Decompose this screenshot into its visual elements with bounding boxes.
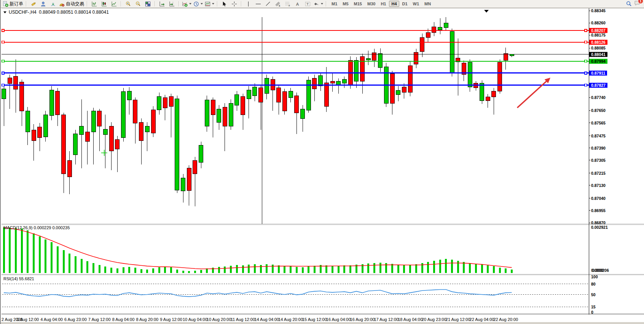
macd-bar xyxy=(152,268,154,273)
chevron-down-icon[interactable] xyxy=(3,11,6,13)
line-handle[interactable] xyxy=(585,41,587,43)
trendline-tool[interactable] xyxy=(263,0,273,7)
candle-body xyxy=(145,126,149,132)
chart-shift-button[interactable] xyxy=(167,0,177,7)
time-axis-label[interactable]: 20 Aug 23:00 xyxy=(422,317,446,322)
cursor-button[interactable] xyxy=(220,0,229,7)
macd-signal-value: 0.000235 xyxy=(52,225,70,230)
line-handle[interactable] xyxy=(2,72,4,74)
time-axis-label[interactable]: 10 Aug 04:00 xyxy=(183,317,207,322)
time-axis-label[interactable]: 6 Aug 23:00 xyxy=(64,317,87,322)
horizontal-line-tool[interactable] xyxy=(253,0,263,7)
macd-indicator-label: MACD(12,26,9) 0.000229 0.000235 xyxy=(3,225,70,230)
line-handle[interactable] xyxy=(2,41,4,43)
chart-surface[interactable] xyxy=(1,0,644,324)
timeframe-button-h1[interactable]: H1 xyxy=(378,1,388,7)
text-label-tool[interactable]: T xyxy=(303,0,312,7)
time-axis-label[interactable]: 15 Aug 12:00 xyxy=(302,317,327,322)
channel-tool[interactable]: E xyxy=(273,0,283,7)
macd-bar xyxy=(110,268,112,273)
line-handle[interactable] xyxy=(2,60,4,62)
time-axis-label[interactable]: 18 Aug 04:00 xyxy=(398,317,422,322)
time-axis-label[interactable]: 7 Aug 12:00 xyxy=(88,317,111,322)
vertical-line-tool[interactable] xyxy=(244,0,253,7)
timeframe-button-mn[interactable]: MN xyxy=(422,1,433,7)
text-tool[interactable]: A xyxy=(293,0,303,7)
time-axis-label[interactable]: 10 Aug 20:00 xyxy=(207,317,231,322)
timeframe-button-d1[interactable]: D1 xyxy=(400,1,410,7)
macd-bar xyxy=(188,271,190,273)
time-axis-label[interactable]: 14 Aug 20:00 xyxy=(278,317,303,322)
notifications-button[interactable]: 1 xyxy=(634,0,641,8)
candle-body xyxy=(97,111,102,126)
line-handle[interactable] xyxy=(2,84,4,86)
rsi-value: 55.6821 xyxy=(19,276,34,281)
timeframe-button-w1[interactable]: W1 xyxy=(411,1,422,7)
time-axis-label[interactable]: 16 Aug 20:00 xyxy=(350,317,375,322)
timeframe-button-m15[interactable]: M15 xyxy=(352,1,364,7)
candle-body xyxy=(199,145,203,162)
signal-button[interactable] xyxy=(48,0,58,7)
timeframe-button-m30[interactable]: M30 xyxy=(365,1,378,7)
timeframe-button-m5[interactable]: M5 xyxy=(340,1,351,7)
line-handle[interactable] xyxy=(585,84,587,86)
svg-text:F: F xyxy=(289,5,290,7)
indicators-button[interactable] xyxy=(181,0,192,7)
metatrader-window: 新订单 自动交易 xyxy=(0,0,644,324)
candlestick-chart-button[interactable] xyxy=(99,0,109,7)
search-icon[interactable] xyxy=(626,1,632,7)
rsi-axis-label: 0 xyxy=(591,310,593,314)
line-chart-button[interactable] xyxy=(109,0,119,7)
arrows-tool[interactable] xyxy=(313,0,324,7)
time-axis-label[interactable]: 16 Aug 04:00 xyxy=(326,317,351,322)
templates-icon xyxy=(205,1,210,7)
candle-body xyxy=(486,97,490,101)
price-line-label: 0.87911 xyxy=(589,70,607,75)
bar-chart-button[interactable] xyxy=(89,0,99,7)
profile-button[interactable] xyxy=(38,0,48,7)
toolbar-right-group: 1 xyxy=(626,0,643,8)
timeframe-button-m1[interactable]: M1 xyxy=(329,1,340,7)
time-axis-label[interactable]: 11 Aug 12:00 xyxy=(231,317,255,322)
zoom-out-button[interactable] xyxy=(133,0,143,7)
crosshair-button[interactable] xyxy=(230,0,239,7)
macd-bar xyxy=(21,228,23,273)
line-handle[interactable] xyxy=(2,29,4,32)
line-handle[interactable] xyxy=(585,72,587,74)
line-handle[interactable] xyxy=(585,29,587,32)
arrow-object[interactable] xyxy=(517,80,548,108)
timeframe-toolbar: M1M5M15M30H1H4D1W1MN xyxy=(329,1,433,7)
tile-windows-button[interactable] xyxy=(143,0,153,7)
time-axis-label[interactable]: 8 Aug 04:00 xyxy=(112,317,135,322)
time-axis-label[interactable]: 21 Aug 12:00 xyxy=(446,317,470,322)
candle-body xyxy=(223,107,227,126)
macd-bar xyxy=(499,268,501,273)
cursor-icon xyxy=(222,1,227,7)
toolbar-separator xyxy=(179,1,179,6)
time-axis-label[interactable]: 9 Aug 12:00 xyxy=(160,317,182,322)
time-axis-label[interactable]: 17 Aug 12:00 xyxy=(374,317,399,322)
styles-button[interactable] xyxy=(29,0,38,7)
time-axis-label[interactable]: 3 Aug 12:00 xyxy=(16,317,39,322)
line-handle[interactable] xyxy=(585,60,587,62)
periods-button[interactable] xyxy=(193,0,204,7)
time-axis-label[interactable]: 22 Aug 20:00 xyxy=(493,317,518,322)
timeframe-button-h4[interactable]: H4 xyxy=(389,1,399,7)
auto-trading-button[interactable]: 自动交易 xyxy=(58,0,85,7)
price-axis-tick: 0.87130 xyxy=(591,183,606,188)
macd-bar xyxy=(164,267,166,273)
clock-icon xyxy=(193,1,199,7)
cross-marker-object[interactable] xyxy=(101,150,107,156)
time-axis-label[interactable]: 14 Aug 04:00 xyxy=(254,317,279,322)
macd-bar xyxy=(505,268,507,273)
zoom-in-button[interactable] xyxy=(123,0,133,7)
time-axis-label[interactable]: 22 Aug 04:00 xyxy=(470,317,494,322)
time-axis-label[interactable]: 4 Aug 04:00 xyxy=(40,317,63,322)
new-order-button[interactable]: 新订单 xyxy=(2,0,24,7)
templates-button[interactable] xyxy=(204,0,215,7)
fibonacci-tool[interactable]: F xyxy=(283,0,293,7)
time-axis-label[interactable]: 8 Aug 20:00 xyxy=(136,317,158,322)
auto-scroll-button[interactable] xyxy=(157,0,167,7)
price-line-label: 0.87994 xyxy=(589,59,607,64)
price-axis-tick: 0.86870 xyxy=(591,220,606,225)
